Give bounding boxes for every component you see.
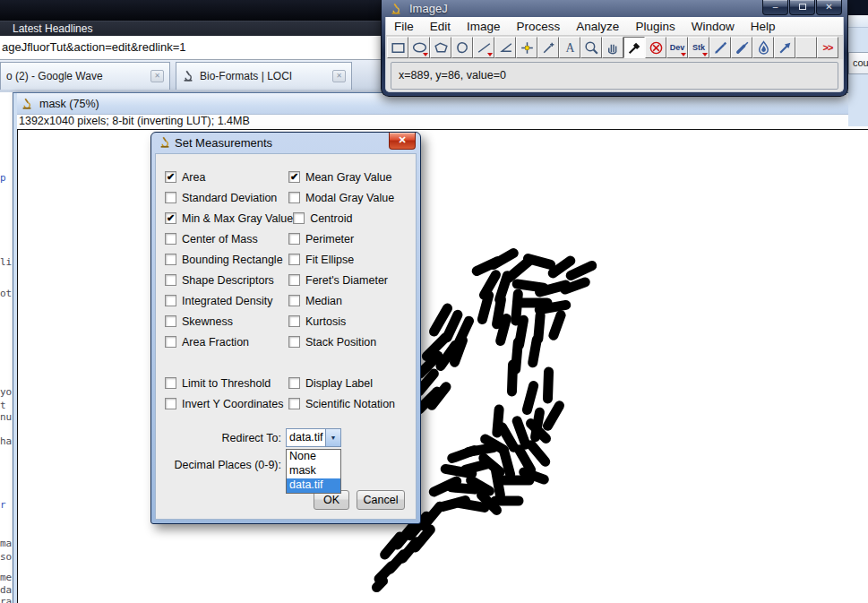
tab-close-icon[interactable]: ✕: [150, 70, 164, 82]
checkbox-skewness[interactable]: [165, 315, 176, 327]
label-modal-gray-value: Modal Gray Value: [305, 192, 394, 204]
checkbox-feret-s-diameter[interactable]: [288, 274, 300, 286]
count-column-header[interactable]: cou: [848, 52, 868, 74]
option-skewness[interactable]: Skewness: [165, 315, 288, 328]
option-integrated-density[interactable]: Integrated Density: [165, 295, 288, 307]
checkbox-modal-gray-value[interactable]: [288, 192, 300, 203]
option-median[interactable]: Median: [288, 295, 414, 307]
option-bounding-rectangle[interactable]: Bounding Rectangle: [165, 254, 288, 266]
image-canvas[interactable]: [17, 129, 868, 603]
tool-arrow-icon[interactable]: [774, 37, 795, 58]
checkbox-scientific-notation[interactable]: [288, 398, 300, 409]
tool-remove-icon[interactable]: [645, 37, 666, 58]
checkbox-min-max-gray-value[interactable]: ✔: [165, 212, 176, 224]
menu-file[interactable]: File: [386, 20, 422, 33]
tab-close-icon[interactable]: ✕: [332, 70, 346, 82]
browser-page-edge: pliotyotnuharmasomedara: [0, 92, 13, 603]
bookmarks-label[interactable]: Latest Headlines: [13, 22, 92, 35]
tool-pencil-icon[interactable]: [709, 37, 731, 58]
tool-brush-icon[interactable]: [731, 37, 752, 58]
option-limit-to-threshold[interactable]: Limit to Threshold: [165, 377, 288, 390]
menu-help[interactable]: Help: [743, 20, 784, 33]
redirect-to-combobox[interactable]: data.tif ▼: [286, 428, 341, 447]
tool-angle-icon[interactable]: [494, 37, 516, 58]
tool-freehand-icon[interactable]: [451, 37, 473, 58]
menu-edit[interactable]: Edit: [422, 20, 459, 33]
checkbox-median[interactable]: [288, 295, 300, 306]
tool-dropper-icon[interactable]: [623, 37, 645, 58]
tool-stk-icon[interactable]: Stk: [688, 37, 709, 58]
checkbox-display-label[interactable]: [288, 377, 300, 389]
tool-oval-icon[interactable]: [408, 37, 430, 58]
dropdown-option-data-tif[interactable]: data.tif: [287, 478, 340, 493]
option-standard-deviation[interactable]: Standard Deviation: [165, 192, 288, 204]
tool-spare-icon[interactable]: [795, 37, 817, 58]
tool-fill-icon[interactable]: [752, 37, 774, 58]
label-integrated-density: Integrated Density: [182, 295, 272, 307]
option-area[interactable]: ✔Area: [165, 171, 288, 184]
close-button[interactable]: ✕: [816, 0, 842, 15]
option-display-label[interactable]: Display Label: [288, 377, 414, 390]
maximize-button[interactable]: [789, 0, 815, 15]
imagej-toolbar: ADevStk>>: [386, 36, 843, 59]
tab-bio-formats[interactable]: Bio-Formats | LOCI ✕: [176, 62, 352, 90]
menu-window[interactable]: Window: [683, 20, 743, 33]
checkbox-standard-deviation[interactable]: [165, 192, 176, 203]
option-min-max-gray-value[interactable]: ✔Min & Max Gray Value: [165, 212, 293, 225]
option-kurtosis[interactable]: Kurtosis: [288, 315, 414, 328]
checkbox-integrated-density[interactable]: [165, 295, 176, 306]
checkbox-area-fraction[interactable]: [165, 336, 176, 348]
menu-plugins[interactable]: Plugins: [627, 20, 683, 33]
menu-image[interactable]: Image: [459, 20, 509, 33]
checkbox-mean-gray-value[interactable]: ✔: [288, 171, 300, 183]
label-stack-position: Stack Position: [305, 336, 376, 349]
option-perimeter[interactable]: Perimeter: [288, 233, 414, 246]
checkbox-shape-descriptors[interactable]: [165, 274, 176, 286]
checkbox-area[interactable]: ✔: [165, 171, 176, 183]
checkbox-stack-position[interactable]: [288, 336, 300, 348]
option-center-of-mass[interactable]: Center of Mass: [165, 233, 288, 246]
label-mean-gray-value: Mean Gray Value: [305, 171, 391, 184]
tool-point-icon[interactable]: [516, 37, 537, 58]
option-fit-ellipse[interactable]: Fit Ellipse: [288, 254, 414, 266]
option-scientific-notation[interactable]: Scientific Notation: [288, 398, 414, 410]
checkbox-limit-to-threshold[interactable]: [165, 377, 176, 389]
option-feret-s-diameter[interactable]: Feret's Diameter: [288, 274, 414, 287]
menu-process[interactable]: Process: [509, 20, 569, 33]
tool-line-icon[interactable]: [473, 37, 494, 58]
option-stack-position[interactable]: Stack Position: [288, 336, 414, 349]
option-mean-gray-value[interactable]: ✔Mean Gray Value: [288, 171, 414, 184]
measurement-row: Shape DescriptorsFeret's Diameter: [165, 270, 414, 290]
tab-google-wave[interactable]: o (2) - Google Wave ✕: [0, 62, 170, 90]
menu-analyze[interactable]: Analyze: [568, 20, 627, 33]
tool-hand-icon[interactable]: [602, 37, 623, 58]
dropdown-option-none[interactable]: None: [287, 450, 340, 464]
tool-text-icon[interactable]: A: [559, 37, 580, 58]
cancel-button[interactable]: Cancel: [357, 490, 405, 510]
chevron-down-icon[interactable]: ▼: [325, 429, 340, 446]
checkbox-invert-y-coordinates[interactable]: [165, 398, 176, 409]
option-modal-gray-value[interactable]: Modal Gray Value: [288, 192, 414, 204]
checkbox-kurtosis[interactable]: [288, 315, 300, 327]
checkbox-bounding-rectangle[interactable]: [165, 254, 176, 265]
checkbox-center-of-mass[interactable]: [165, 233, 176, 245]
checkbox-centroid[interactable]: [293, 212, 305, 224]
label-feret-s-diameter: Feret's Diameter: [305, 274, 388, 287]
dialog-close-button[interactable]: ✕: [389, 133, 416, 150]
minimize-button[interactable]: –: [762, 0, 788, 15]
option-invert-y-coordinates[interactable]: Invert Y Coordinates: [165, 398, 288, 410]
tool-more-icon[interactable]: >>: [817, 37, 838, 58]
option-area-fraction[interactable]: Area Fraction: [165, 336, 288, 349]
dropdown-option-mask[interactable]: mask: [287, 464, 340, 478]
tool-rectangle-icon[interactable]: [387, 37, 408, 58]
tool-wand-icon[interactable]: [537, 37, 559, 58]
tool-zoom-icon[interactable]: [580, 37, 602, 58]
imagej-titlebar[interactable]: ImageJ – ✕: [385, 0, 844, 17]
checkbox-fit-ellipse[interactable]: [288, 254, 300, 265]
checkbox-perimeter[interactable]: [288, 233, 300, 245]
option-centroid[interactable]: Centroid: [293, 212, 414, 225]
option-shape-descriptors[interactable]: Shape Descriptors: [165, 274, 288, 287]
tool-dev-icon[interactable]: Dev: [666, 37, 688, 58]
label-limit-to-threshold: Limit to Threshold: [182, 377, 271, 390]
tool-polygon-icon[interactable]: [430, 37, 451, 58]
